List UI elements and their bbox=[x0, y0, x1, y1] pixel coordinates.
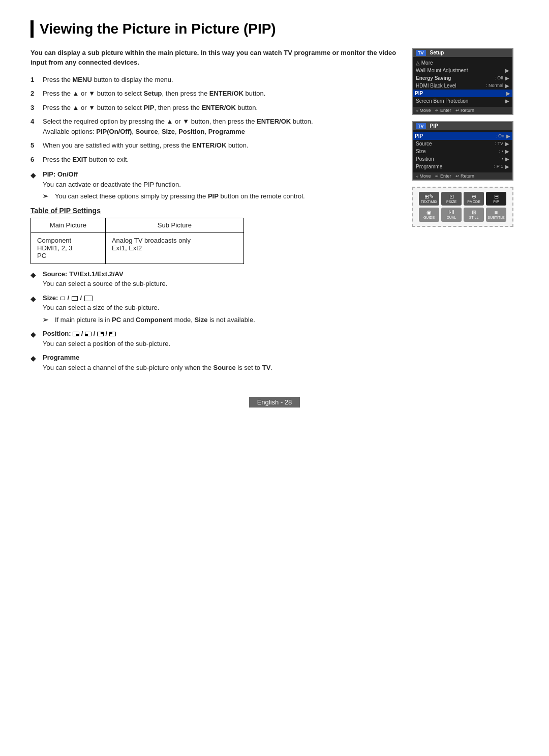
setup-menu-screen: TV Setup △ More Wall-Mount Adjustment ▶ … bbox=[412, 48, 513, 115]
tv-logo-setup: TV bbox=[416, 50, 426, 56]
remote-btn-dual[interactable]: I·II DUAL bbox=[441, 208, 462, 222]
setup-item-wallmount: Wall-Mount Adjustment ▶ bbox=[416, 67, 509, 74]
programme-title: Programme bbox=[43, 354, 79, 361]
remote-btn-pmode[interactable]: ⊕ PMODE bbox=[464, 192, 484, 206]
pip-menu-title: PIP bbox=[430, 123, 438, 129]
pip-settings-table: Main Picture Sub Picture ComponentHDMI1,… bbox=[30, 218, 244, 264]
bullet-diamond-5: ◆ bbox=[30, 353, 39, 372]
tv-footer-pip: ⬦ Move ↵ Enter ↩ Return bbox=[413, 172, 512, 180]
step-1-text: Press the MENU button to display the men… bbox=[43, 75, 400, 85]
step-4-text: Select the required option by pressing t… bbox=[43, 117, 400, 136]
pip-item-position: Position : ▪ ▶ bbox=[416, 155, 509, 163]
position-desc: You can select a position of the sub-pic… bbox=[43, 340, 170, 347]
remote-btn-subtitle[interactable]: ≡ SUBTITLE bbox=[486, 208, 506, 222]
setup-item-hdmi: HDMI Black Level : Normal ▶ bbox=[416, 82, 509, 90]
bullet-diamond-3: ◆ bbox=[30, 294, 39, 325]
left-column: You can display a sub picture within the… bbox=[30, 48, 400, 377]
tv-header-pip: TV PIP bbox=[413, 122, 512, 130]
bullet-diamond-2: ◆ bbox=[30, 270, 39, 289]
pip-menu-screen: TV PIP PIP : On ▶ Source : TV ▶ S bbox=[412, 121, 513, 181]
position-content: Position: / / / You can select a positio… bbox=[43, 329, 400, 348]
footer-badge: English - 28 bbox=[249, 397, 300, 408]
step-2: 2 Press the ▲ or ▼ button to select Setu… bbox=[30, 89, 400, 99]
table-cell-sub: Analog TV broadcasts onlyExt1, Ext2 bbox=[105, 232, 243, 264]
source-desc: You can select a source of the sub-pictu… bbox=[43, 280, 167, 287]
step-2-number: 2 bbox=[30, 89, 39, 99]
right-column: TV Setup △ More Wall-Mount Adjustment ▶ … bbox=[412, 48, 518, 227]
step-4-number: 4 bbox=[30, 117, 39, 136]
size-note: ➢ If main picture is in PC and Component… bbox=[43, 315, 400, 325]
pip-item-programme: Programme : P 1 ▶ bbox=[416, 163, 509, 170]
remote-section: ⊞✎ TEXT/MIX ⊡ PSIZE ⊕ PMODE ⊟ PIP bbox=[412, 187, 513, 227]
page-title: Viewing the Picture in Picture (PIP) bbox=[40, 20, 518, 38]
psize-icon: ⊡ bbox=[442, 193, 461, 200]
size-section: ◆ Size: / / You can select a size of the… bbox=[30, 293, 400, 325]
bullet-diamond-4: ◆ bbox=[30, 329, 39, 348]
pip-onoff-content: PIP: On/Off You can activate or deactiva… bbox=[43, 169, 400, 201]
step-6-text: Press the EXIT button to exit. bbox=[43, 155, 400, 165]
textmix-icon: ⊞✎ bbox=[420, 193, 438, 200]
remote-btn-still[interactable]: ⊠ STILL bbox=[464, 208, 484, 222]
note-arrow-1: ➢ bbox=[43, 191, 52, 201]
setup-item-energy: Energy Saving : Off ▶ bbox=[416, 74, 509, 82]
programme-section: ◆ Programme You can select a channel of … bbox=[30, 353, 400, 372]
programme-content: Programme You can select a channel of th… bbox=[43, 353, 400, 372]
step-3-text: Press the ▲ or ▼ button to select PIP, t… bbox=[43, 103, 400, 113]
setup-menu-items: △ More Wall-Mount Adjustment ▶ Energy Sa… bbox=[413, 57, 512, 107]
remote-btn-textmix[interactable]: ⊞✎ TEXT/MIX bbox=[419, 192, 439, 206]
size-title: Size: / / bbox=[43, 294, 93, 302]
pip-item-size: Size : ▪ ▶ bbox=[416, 148, 509, 155]
table-header-main: Main Picture bbox=[31, 218, 106, 232]
bullet-diamond-1: ◆ bbox=[30, 170, 39, 201]
remote-btn-guide[interactable]: ◉ GUIDE bbox=[419, 208, 439, 222]
tv-footer-setup: ⬦ Move ↵ Enter ↩ Return bbox=[413, 107, 512, 114]
pip-menu-items: PIP : On ▶ Source : TV ▶ Size : ▪ ▶ bbox=[413, 130, 512, 172]
pip-onoff-note-text: You can select these options simply by p… bbox=[55, 191, 305, 201]
step-3: 3 Press the ▲ or ▼ button to select PIP,… bbox=[30, 103, 400, 113]
pip-onoff-desc: You can activate or deactivate the PIP f… bbox=[43, 181, 181, 188]
source-content: Source: TV/Ext.1/Ext.2/AV You can select… bbox=[43, 269, 400, 289]
position-section: ◆ Position: / / / You can select a posit… bbox=[30, 329, 400, 348]
tv-header-setup: TV Setup bbox=[413, 49, 512, 57]
page-footer: English - 28 bbox=[30, 397, 518, 408]
guide-icon: ◉ bbox=[420, 209, 438, 216]
size-note-text: If main picture is in PC and Component m… bbox=[55, 315, 255, 325]
pip-item-pip: PIP : On ▶ bbox=[413, 132, 512, 140]
table-cell-main: ComponentHDMI1, 2, 3PC bbox=[31, 232, 106, 264]
pip-btn-icon: ⊟ bbox=[487, 193, 505, 200]
title-container: Viewing the Picture in Picture (PIP) bbox=[30, 20, 518, 38]
setup-item-screenburn: Screen Burn Protection ▶ bbox=[416, 97, 509, 105]
step-1: 1 Press the MENU button to display the m… bbox=[30, 75, 400, 85]
pip-onoff-note: ➢ You can select these options simply by… bbox=[43, 191, 400, 201]
source-title: Source: TV/Ext.1/Ext.2/AV bbox=[43, 270, 124, 278]
pmode-icon: ⊕ bbox=[465, 193, 483, 200]
steps-list: 1 Press the MENU button to display the m… bbox=[30, 75, 400, 165]
remote-row-1: ⊞✎ TEXT/MIX ⊡ PSIZE ⊕ PMODE ⊟ PIP bbox=[417, 192, 508, 206]
intro-text: You can display a sub picture within the… bbox=[30, 48, 400, 68]
step-6-number: 6 bbox=[30, 155, 39, 165]
pip-onoff-title: PIP: On/Off bbox=[43, 170, 78, 178]
step-4: 4 Select the required option by pressing… bbox=[30, 117, 400, 136]
step-2-text: Press the ▲ or ▼ button to select Setup,… bbox=[43, 89, 400, 99]
table-row: ComponentHDMI1, 2, 3PC Analog TV broadca… bbox=[31, 232, 244, 264]
step-5-text: When you are satisfied with your setting… bbox=[43, 140, 400, 151]
pip-onoff-section: ◆ PIP: On/Off You can activate or deacti… bbox=[30, 169, 400, 201]
setup-menu-title: Setup bbox=[430, 50, 444, 55]
source-section: ◆ Source: TV/Ext.1/Ext.2/AV You can sele… bbox=[30, 269, 400, 289]
remote-btn-psize[interactable]: ⊡ PSIZE bbox=[441, 192, 462, 206]
step-1-number: 1 bbox=[30, 75, 39, 85]
table-title: Table of PIP Settings bbox=[30, 207, 400, 215]
step-3-number: 3 bbox=[30, 103, 39, 113]
remote-btn-pip[interactable]: ⊟ PIP bbox=[486, 192, 506, 206]
content-wrapper: You can display a sub picture within the… bbox=[30, 48, 518, 377]
size-content: Size: / / You can select a size of the s… bbox=[43, 293, 400, 325]
size-desc: You can select a size of the sub-picture… bbox=[43, 304, 159, 311]
setup-item-pip: PIP ▶ bbox=[413, 90, 512, 97]
subtitle-icon: ≡ bbox=[487, 209, 505, 216]
tv-logo-pip: TV bbox=[416, 123, 426, 129]
dual-icon: I·II bbox=[442, 209, 461, 216]
setup-item-more: △ More bbox=[416, 59, 509, 67]
step-6: 6 Press the EXIT button to exit. bbox=[30, 155, 400, 165]
pip-table-section: Table of PIP Settings Main Picture Sub P… bbox=[30, 207, 400, 264]
step-5-number: 5 bbox=[30, 140, 39, 151]
